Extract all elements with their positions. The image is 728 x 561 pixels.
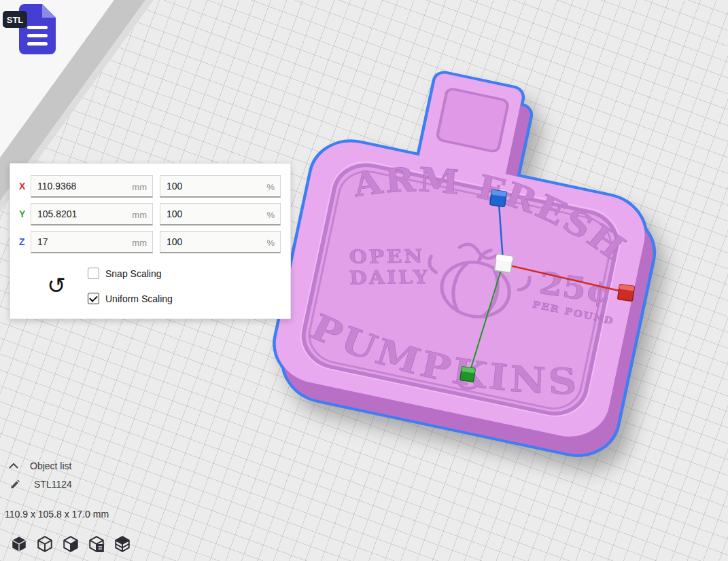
snap-scaling-checkbox[interactable] (88, 268, 99, 279)
uniform-scaling-label: Uniform Scaling (105, 293, 173, 304)
scale-y-mm-input[interactable] (31, 203, 153, 225)
scale-x-handle[interactable] (618, 285, 635, 302)
axis-y-label: Y (19, 209, 25, 219)
model-dimensions: 110.9 x 105.8 x 17.0 mm (5, 509, 109, 520)
cube-solid-icon[interactable] (8, 534, 30, 556)
cube-file-icon[interactable] (86, 534, 107, 556)
scale-x-percent-input[interactable] (160, 175, 281, 198)
pencil-icon (10, 479, 20, 490)
scale-center-handle[interactable] (494, 254, 513, 272)
scale-tool-panel: X mm % Y mm % Z mm % ↺ (10, 163, 291, 319)
scale-row-y: Y mm % (10, 203, 290, 225)
reset-scale-button[interactable]: ↺ (41, 271, 71, 301)
object-name: STL1124 (34, 479, 72, 490)
scale-x-mm-input[interactable] (31, 175, 153, 198)
axis-x-label: X (19, 181, 25, 192)
scale-y-axis-line (470, 270, 501, 370)
scale-x-axis-line (510, 266, 622, 291)
cube-stack-icon[interactable] (111, 534, 133, 556)
axis-z-label: Z (19, 236, 25, 247)
scale-z-mm-input[interactable] (31, 231, 153, 253)
scale-row-z: Z mm % (10, 231, 290, 253)
stl-badge-label: STL (7, 15, 24, 25)
object-list-label: Object list (30, 460, 71, 471)
uniform-scaling-checkbox[interactable] (88, 293, 99, 304)
cube-face-icon[interactable] (60, 534, 82, 556)
scale-y-handle[interactable] (460, 367, 476, 382)
chevron-up-icon (8, 463, 19, 469)
reset-icon: ↺ (47, 272, 66, 299)
snap-scaling-label: Snap Scaling (105, 268, 162, 279)
stl-file-icon[interactable]: STL (3, 0, 64, 62)
scale-row-x: X mm % (10, 175, 290, 198)
scale-z-axis-line (499, 204, 503, 261)
object-list-item[interactable]: STL1124 (10, 479, 72, 490)
cube-wireframe-icon[interactable] (34, 534, 56, 556)
scale-z-handle[interactable] (490, 190, 507, 207)
scale-z-percent-input[interactable] (160, 231, 281, 253)
scale-y-percent-input[interactable] (160, 203, 281, 225)
object-list-toggle[interactable]: Object list (8, 460, 71, 471)
